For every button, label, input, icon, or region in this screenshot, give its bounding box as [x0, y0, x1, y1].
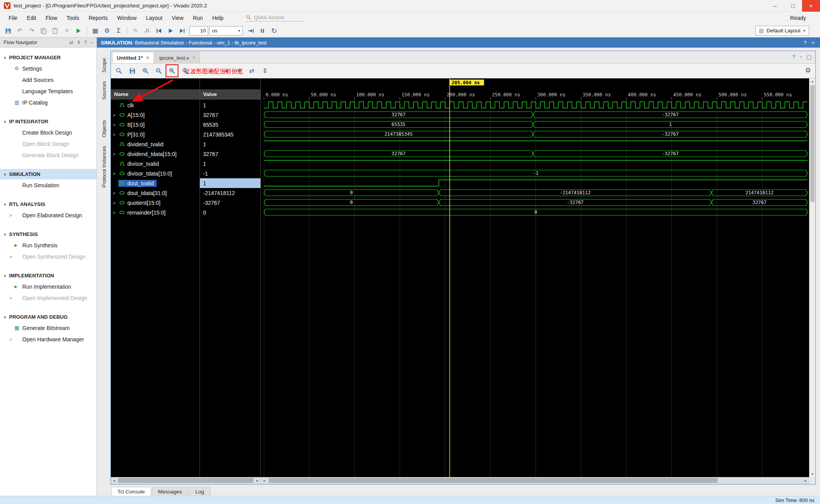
vertical-scrollbar-thumb[interactable] — [810, 85, 815, 202]
signal-value-remainder-15-0[interactable]: 0 — [200, 208, 260, 217]
flow-item-run-simulation[interactable]: Run Simulation — [0, 179, 96, 191]
flow-item-open-elaborated-design[interactable]: >Open Elaborated Design — [0, 209, 96, 221]
signal-value-dout-tvalid[interactable]: 1 — [200, 178, 260, 188]
side-tab-protocol-instances[interactable]: Protocol Instances — [101, 142, 107, 191]
signal-name-row-quotient-15-0[interactable]: >quotient[15:0] — [111, 198, 200, 208]
last-transition-icon[interactable]: ⇄ — [246, 66, 257, 76]
pause-icon[interactable] — [257, 25, 268, 36]
flow-item-settings[interactable]: ⚙Settings — [0, 63, 96, 74]
menu-view[interactable]: View — [167, 13, 188, 23]
maximize-icon[interactable]: ▢ — [806, 54, 811, 60]
expand-icon[interactable]: > — [113, 171, 118, 176]
maximize-button[interactable]: □ — [784, 0, 802, 12]
menu-help[interactable]: Help — [208, 13, 228, 23]
save-icon[interactable] — [127, 66, 137, 76]
signal-value-b-15-0[interactable]: 65535 — [200, 120, 260, 130]
zoom-fit-icon[interactable] — [167, 66, 177, 76]
menu-window[interactable]: Window — [112, 13, 141, 23]
reports-icon[interactable]: Σ — [113, 25, 125, 36]
bottom-tab-tcl-console[interactable]: Tcl Console — [111, 487, 151, 496]
settings-icon[interactable]: ⚙ — [101, 25, 113, 36]
save-icon[interactable] — [2, 25, 14, 36]
run-time-input[interactable]: 10 — [189, 26, 208, 35]
float-icon[interactable]: ▫ — [800, 54, 802, 60]
scroll-right-icon[interactable]: ▸ — [254, 477, 260, 484]
toggle-icon[interactable]: ⇄ — [70, 40, 73, 45]
names-horizontal-scrollbar[interactable]: ◂ ▸ — [111, 477, 261, 484]
name-column-header[interactable]: Name — [111, 89, 200, 99]
expand-icon[interactable]: > — [113, 132, 118, 137]
signal-value-dout-tdata-31-0[interactable]: -2147418112 — [200, 188, 260, 198]
flow-item-add-sources[interactable]: Add Sources — [0, 74, 96, 85]
signal-value-dividend-tvalid[interactable]: 1 — [200, 139, 260, 149]
value-column-header[interactable]: Value — [200, 89, 260, 99]
flow-section-header-program-and-debug[interactable]: ∨PROGRAM AND DEBUG — [0, 312, 96, 322]
flow-item-ip-catalog[interactable]: ▥IP Catalog — [0, 97, 96, 108]
bottom-tab-log[interactable]: Log — [189, 487, 210, 496]
close-tab-icon[interactable]: × — [146, 55, 149, 60]
minimize-icon[interactable]: – — [90, 40, 93, 45]
signal-name-row-divisor-tdata-15-0[interactable]: >divisor_tdata[15:0] — [111, 169, 200, 178]
menu-flow[interactable]: Flow — [41, 13, 62, 23]
scroll-down-icon[interactable]: ▼ — [809, 471, 815, 477]
expand-icon[interactable]: > — [113, 122, 118, 127]
menu-layout[interactable]: Layout — [141, 13, 167, 23]
expand-icon[interactable]: > — [113, 210, 118, 215]
search-icon[interactable] — [114, 66, 124, 76]
menu-edit[interactable]: Edit — [22, 13, 41, 23]
signal-value-divisor-tvalid[interactable]: 1 — [200, 159, 260, 169]
expand-icon[interactable]: > — [113, 113, 118, 117]
flow-item-language-templates[interactable]: Language Templates — [0, 85, 96, 97]
wave-scrollbar-thumb[interactable] — [269, 478, 718, 483]
signal-name-row-b-15-0[interactable]: >B[15:0] — [111, 120, 200, 130]
flow-item-generate-bitstream[interactable]: ▦Generate Bitstream — [0, 322, 96, 334]
dashboard-icon[interactable]: ▦ — [89, 25, 101, 36]
vertical-scrollbar[interactable]: ▲ ▼ — [809, 78, 815, 477]
copy-icon[interactable] — [37, 25, 49, 36]
side-tab-sources[interactable]: Sources — [101, 78, 107, 103]
minimize-button[interactable]: – — [766, 0, 784, 12]
side-tab-objects[interactable]: Objects — [101, 117, 107, 141]
menu-tools[interactable]: Tools — [62, 13, 84, 23]
undo-icon[interactable]: ↶ — [14, 25, 26, 36]
signal-name-row-clk[interactable]: clk — [111, 100, 200, 110]
scroll-up-icon[interactable]: ▲ — [809, 78, 815, 84]
signal-value-quotient-15-0[interactable]: -32767 — [200, 198, 260, 208]
signal-name-row-dout-tvalid[interactable]: dout_tvalid — [111, 178, 200, 188]
flow-item-run-implementation[interactable]: ▶Run Implementation — [0, 281, 96, 292]
signal-name-row-dout-tdata-31-0[interactable]: >dout_tdata[31:0] — [111, 188, 200, 198]
run-all-icon[interactable] — [165, 25, 176, 36]
waveform-canvas[interactable]: 0.000 ns50.000 ns100.000 ns150.000 ns200… — [261, 78, 809, 477]
signal-value-divisor-tdata-15-0[interactable]: -1 — [200, 169, 260, 178]
layout-select[interactable]: ▤ Default Layout ▾ — [755, 26, 809, 35]
flow-item-run-synthesis[interactable]: ▶Run Synthesis — [0, 240, 96, 251]
wave-horizontal-scrollbar[interactable]: ◂ ▸ — [261, 477, 809, 484]
expand-icon[interactable]: > — [113, 201, 118, 205]
signal-value-a-15-0[interactable]: 32767 — [200, 110, 260, 120]
scroll-right-icon[interactable]: ▸ — [802, 477, 809, 484]
signal-value-dividend-tdata-15-0[interactable]: 32767 — [200, 149, 260, 159]
redo-icon[interactable]: ↷ — [26, 25, 37, 36]
signal-name-row-p-31-0[interactable]: >P[31:0] — [111, 130, 200, 139]
flow-item-open-synthesized-design[interactable]: >Open Synthesized Design — [0, 251, 96, 262]
gear-icon[interactable]: ⚙ — [805, 66, 811, 75]
delete-icon[interactable]: × — [61, 25, 73, 36]
flow-item-create-block-design[interactable]: Create Block Design — [0, 127, 96, 138]
expand-icon[interactable]: > — [113, 191, 118, 195]
flow-section-header-rtl-analysis[interactable]: ∨RTL ANALYSIS — [0, 199, 96, 209]
bottom-tab-messages[interactable]: Messages — [152, 487, 189, 496]
help-icon[interactable]: ? — [84, 40, 87, 45]
step-icon[interactable] — [245, 25, 257, 36]
scroll-left-icon[interactable]: ◂ — [111, 477, 117, 484]
zoom-out-icon[interactable] — [153, 66, 164, 76]
signal-name-row-dividend-tvalid[interactable]: dividend_tvalid — [111, 139, 200, 149]
tab-ipcore-test-v[interactable]: ipcore_test.v× — [155, 52, 200, 63]
flow-item-open-hardware-manager[interactable]: >Open Hardware Manager — [0, 334, 96, 345]
time-unit-select[interactable]: us ▾ — [209, 26, 243, 35]
help-icon[interactable]: ? — [804, 40, 806, 46]
help-icon[interactable]: ? — [792, 54, 795, 60]
menu-run[interactable]: Run — [188, 13, 208, 23]
scroll-left-icon[interactable]: ◂ — [261, 477, 267, 484]
restart-icon[interactable] — [153, 25, 165, 36]
side-tab-scope[interactable]: Scope — [101, 55, 107, 76]
